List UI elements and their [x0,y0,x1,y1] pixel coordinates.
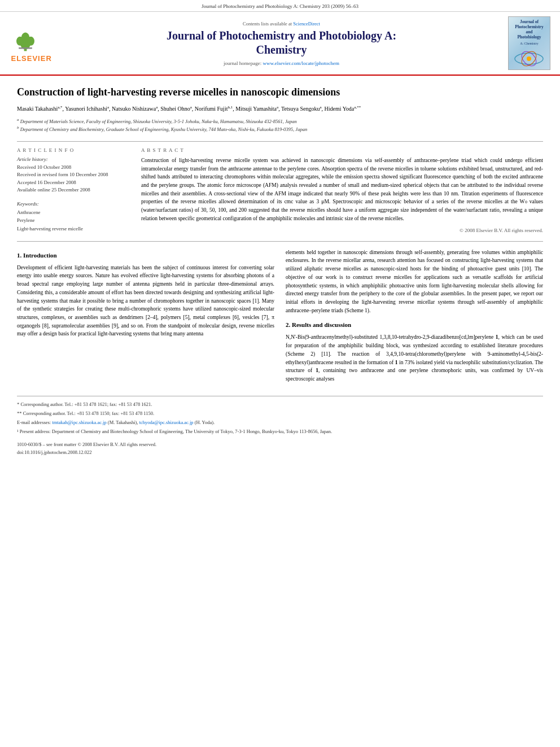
article-info-head: A R T I C L E I N F O [17,147,130,153]
article-history: Article history: Received 10 October 200… [17,156,130,194]
keywords-block: Keywords: Anthracene Perylene Light-harv… [17,201,130,233]
revised-date: Received in revised form 10 December 200… [17,172,108,177]
section1-title: 1. Introduction [17,251,274,260]
email1-link[interactable]: tmtakah@ipc.shizuoka.ac.jp [52,420,106,425]
history-label: Article history: [17,156,130,162]
accepted-date: Accepted 16 December 2008 [17,180,76,185]
sciencedirect-link[interactable]: ScienceDirect [293,21,320,27]
keywords-label: Keywords: [17,201,130,207]
body-col-left: 1. Introduction Development of efficient… [17,248,274,387]
journal-bar: Journal of Photochemistry and Photobiolo… [0,0,560,12]
email2-name: (H. Yoda). [195,420,215,425]
section2-para1: N,N'-Bis(9-anthracenylmethyl)-substitute… [286,333,543,383]
emails-label: E-mail addresses: [17,420,51,425]
article-title: Construction of light-harvesting reverse… [17,86,543,99]
footnote-note1: ¹ Present address: Department of Chemist… [17,428,543,435]
body-section: 1. Introduction Development of efficient… [17,248,543,387]
keywords-list: Anthracene Perylene Light-harvesting rev… [17,208,130,233]
journal-cover: Journal ofPhotochemistryandPhotobiology … [508,16,550,70]
homepage-label: journal homepage: [224,60,261,66]
footnote-emails: E-mail addresses: tmtakah@ipc.shizuoka.a… [17,419,543,426]
header-center: Contents lists available at ScienceDirec… [63,16,500,70]
journal-title-line2: Chemistry [256,43,307,56]
body-col-right: elements held together in nanoscopic dim… [286,248,543,387]
page: Journal of Photochemistry and Photobiolo… [0,0,560,747]
divider-after-affiliations [17,141,543,142]
header-left: ELSEVIER [7,16,58,70]
section1-para1: Development of efficient light-harvestin… [17,264,274,338]
cover-subtitle: A: Chemistry [520,42,539,45]
journal-homepage: journal homepage: www.elsevier.com/locat… [224,60,339,66]
footnotes-area: * Corresponding author. Tel.: +81 53 478… [17,396,543,456]
abstract-col: A B S T R A C T Construction of light-ha… [141,147,543,233]
body-divider [17,241,543,242]
sciencedirect-line: Contents lists available at ScienceDirec… [243,21,320,27]
copyright: © 2008 Elsevier B.V. All rights reserved… [141,228,543,233]
elsevier-tree-icon [11,29,40,52]
homepage-url[interactable]: www.elsevier.com/locate/jphotochem [263,60,339,66]
abstract-head: A B S T R A C T [141,147,543,153]
abstract-text: Construction of light-harvesting reverse… [141,156,543,223]
article-info-col: A R T I C L E I N F O Article history: R… [17,147,130,233]
keyword-1: Anthracene [17,209,40,215]
header-area: ELSEVIER Contents lists available at Sci… [0,12,560,76]
keyword-3: Light-harvesting reverse micelle [17,226,83,231]
footnote-star2: ** Corresponding author. Tel.: +81 53 47… [17,410,543,417]
svg-point-4 [21,32,29,42]
footnote-star1: * Corresponding author. Tel.: +81 53 478… [17,401,543,408]
journal-bar-text: Journal of Photochemistry and Photobiolo… [202,3,358,9]
received-date: Received 10 October 2008 [17,164,71,170]
info-abstract-section: A R T I C L E I N F O Article history: R… [17,147,543,233]
issn-line: 1010-6030/$ – see front matter © 2008 El… [17,441,543,456]
svg-point-9 [527,56,531,61]
info-dates: Received 10 October 2008 Received in rev… [17,164,130,194]
section2-title: 2. Results and discussion [286,320,543,330]
authors: Masaki Takahashia,*, Yasunori Ichihashia… [17,104,543,113]
cover-art-icon [511,47,548,67]
email2-link[interactable]: tchyoda@ipc.shizuoka.ac.jp [139,420,194,425]
contents-label: Contents lists available at [243,21,292,27]
svg-rect-5 [19,47,32,49]
issn-text: 1010-6030/$ – see front matter © 2008 El… [17,442,156,447]
cover-title: Journal ofPhotochemistryandPhotobiology [515,19,543,40]
doi-text: doi:10.1016/j.jphotochem.2008.12.022 [17,449,91,455]
header-right: Journal ofPhotochemistryandPhotobiology … [505,16,553,70]
available-date: Available online 25 December 2008 [17,187,90,193]
elsevier-logo: ELSEVIER [11,29,54,58]
keyword-2: Perylene [17,217,35,223]
email1-name: (M. Takahashi), [108,420,138,425]
article-content: Construction of light-harvesting reverse… [0,76,560,468]
affiliations: a Department of Materials Science, Facul… [17,117,543,133]
journal-title-line1: Journal of Photochemistry and Photobiolo… [167,29,396,42]
section1-para2: elements held together in nanoscopic dim… [286,248,543,315]
journal-title: Journal of Photochemistry and Photobiolo… [167,29,396,57]
elsevier-wordmark: ELSEVIER [11,54,54,63]
